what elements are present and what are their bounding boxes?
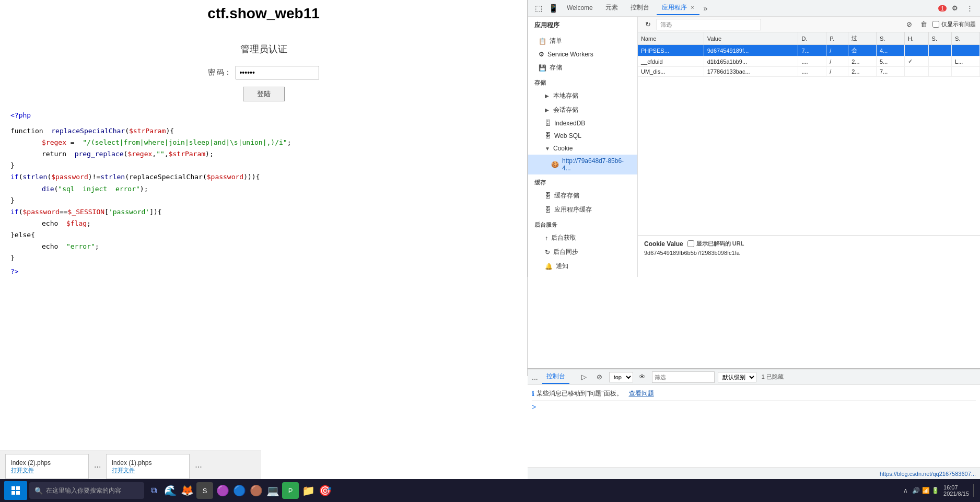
devtools-tab-console[interactable]: 控制台 [625,1,655,15]
col-value[interactable]: Value [704,32,798,45]
col-name[interactable]: Name [638,32,704,45]
cookie-row-1-name: PHPSES... [638,45,704,56]
file-tab-1-more[interactable]: ... [91,460,104,470]
sidebar-item-backend-fetch[interactable]: ↑ 后台获取 [528,231,637,245]
cookie-row-2-s3: L... [952,56,980,67]
console-eye-icon[interactable]: 👁 [636,371,649,383]
start-button[interactable] [4,481,27,500]
file-tab-2[interactable]: index (1).phps 打开文件 [106,454,190,479]
console-filter-input[interactable] [652,371,715,383]
col-s3[interactable]: S. [952,32,980,45]
sidebar-item-payment[interactable]: 💳 付款处理程序 [528,273,637,277]
sidebar-item-cookie[interactable]: ▼ Cookie [528,142,637,155]
sidebar-item-cache-storage[interactable]: 🗄 缓存存储 [528,189,637,203]
devtools-settings-icon[interactable]: ⚙ [949,2,961,15]
console-play-icon[interactable]: ▷ [578,371,590,383]
systray-show-desktop[interactable] [973,484,976,497]
sidebar-item-app-cache[interactable]: 🗄 应用程序缓存 [528,203,637,217]
sidebar-item-local-storage[interactable]: ▶ 本地存储 [528,89,637,103]
code-line-5: if(strlen($password)!=strlen(replaceSpec… [10,171,512,183]
console-msg-text: 某些消息已移动到"问题"面板。 [536,389,623,398]
cookie-only-issues: 仅显示有问题 [932,20,976,28]
login-button[interactable]: 登陆 [243,87,285,101]
col-g[interactable]: 过 [848,32,877,45]
page-title: ctf.show_web11 [0,0,527,22]
col-d[interactable]: D. [798,32,826,45]
auth-section: 管理员认证 密 码： 登陆 [0,43,527,101]
sidebar-item-session-storage[interactable]: ▶ 会话存储 [528,103,637,117]
sidebar-item-backend-sync[interactable]: ↻ 后台同步 [528,245,637,259]
devtools-icon-device[interactable]: 📱 [547,2,559,15]
devtools-tab-application[interactable]: 应用程序 × [657,1,699,15]
devtools-icon-inspect[interactable]: ⬚ [532,2,545,15]
console-level-select[interactable]: 默认级别 [718,372,756,382]
col-p[interactable]: P. [826,32,848,45]
devtools-tab-more[interactable]: » [702,2,710,15]
cookie-url-decode: 显示已解码的 URL [687,240,744,248]
file-tab-2-more[interactable]: ... [192,460,205,470]
notification-icon: 🔔 [545,263,553,270]
cookie-row-3[interactable]: UM_dis... 17786d133bac... .... / 2... 7.… [638,67,980,77]
taskbar-icon-app2[interactable]: 🟣 [215,483,230,498]
local-storage-label: 本地存储 [553,91,578,100]
devtools-tab-close[interactable]: × [691,4,694,10]
cookie-filter-input[interactable] [657,19,761,30]
taskbar-icon-app4[interactable]: 💻 [265,483,280,498]
taskbar-search[interactable]: 🔍 在这里输入你要搜索的内容 [29,482,144,499]
console-view-issues-link[interactable]: 查看问题 [629,389,654,398]
devtools-more-icon[interactable]: ⋮ [963,2,976,15]
taskbar-icon-app5[interactable]: 🎯 [318,483,332,498]
sidebar-item-indexeddb[interactable]: 🗄 IndexedDB [528,117,637,130]
console-toolbar: ... 控制台 ▷ ⊘ top 👁 默认级别 1 已隐藏 [528,369,980,385]
cookie-url-decode-checkbox[interactable] [687,240,694,247]
taskbar-icon-app3[interactable]: 🟤 [249,483,263,498]
sidebar-item-notification[interactable]: 🔔 通知 [528,259,637,273]
devtools-badge: 1 [938,5,947,11]
taskbar-icon-task-view[interactable]: ⧉ [146,483,161,498]
file-tab-1-link[interactable]: 打开文件 [11,466,34,474]
taskbar-icon-fire[interactable]: 🦊 [180,483,194,498]
websql-icon: 🗄 [545,132,551,139]
taskbar-icon-edge[interactable]: 🌊 [163,483,178,498]
sidebar-item-service-workers[interactable]: ⚙ Service Workers [528,48,637,61]
cookie-row-2[interactable]: __cfduid d1b165a1bb9... .... / 2... 5...… [638,56,980,67]
cookie-only-issues-checkbox[interactable] [932,21,939,28]
col-s2[interactable]: S. [928,32,952,45]
cookie-row-2-s2 [928,56,952,67]
cache-storage-label: 缓存存储 [554,191,579,200]
manifest-icon: 📋 [539,38,546,45]
taskbar-icon-chrome[interactable]: 🔵 [232,483,247,498]
cookie-clear-btn[interactable]: 🗑 [918,19,929,30]
col-h[interactable]: H. [904,32,928,45]
col-s[interactable]: S. [877,32,905,45]
sidebar-item-manifest[interactable]: 📋 清单 [528,34,637,48]
sidebar-item-cookie-url[interactable]: 🍪 http://79a648d7-85b6-4... [528,155,637,174]
taskbar-icon-pycharm[interactable]: P [282,482,299,499]
taskbar: 🔍 在这里输入你要搜索的内容 ⧉ 🌊 🦊 S 🟣 🔵 🟤 💻 P 📁 🎯 ∧ 🔊… [0,479,980,502]
cookie-refresh-btn[interactable]: ↻ [642,19,654,30]
cookie-row-3-s2 [928,67,952,77]
cookie-row-2-d: .... [798,56,826,67]
cookie-value-panel: Cookie Value 显示已解码的 URL 9d674549189fb6b5… [638,235,980,277]
cookie-row-1[interactable]: PHPSES... 9d674549189f... 7... / 会 4... [638,45,980,56]
console-top-select[interactable]: top [609,372,633,382]
password-row: 密 码： [0,66,527,79]
console-stop-icon[interactable]: ⊘ [593,371,606,383]
devtools-tab-elements[interactable]: 元素 [600,1,623,15]
devtools-tab-welcome[interactable]: Welcome [562,2,598,15]
sidebar-item-websql[interactable]: 🗄 Web SQL [528,130,637,142]
console-prompt[interactable]: > [532,403,976,411]
console-tab[interactable]: 控制台 [542,370,569,384]
file-tab-1-name: index (2).phps [11,459,51,466]
cookie-delete-btn[interactable]: ⊘ [903,19,915,30]
console-three-dots[interactable]: ... [532,373,538,381]
sidebar-item-storage-top[interactable]: 💾 存储 [528,61,637,75]
file-tab-1[interactable]: index (2).phps 打开文件 [5,454,89,479]
systray-up-arrow[interactable]: ∧ [903,487,908,494]
file-tab-2-link[interactable]: 打开文件 [112,466,135,474]
app-cache-icon: 🗄 [545,206,551,214]
taskbar-icon-folder[interactable]: 📁 [301,483,316,498]
taskbar-icon-app1[interactable]: S [196,482,213,499]
auth-title: 管理员认证 [0,43,527,55]
password-input[interactable] [236,66,319,79]
